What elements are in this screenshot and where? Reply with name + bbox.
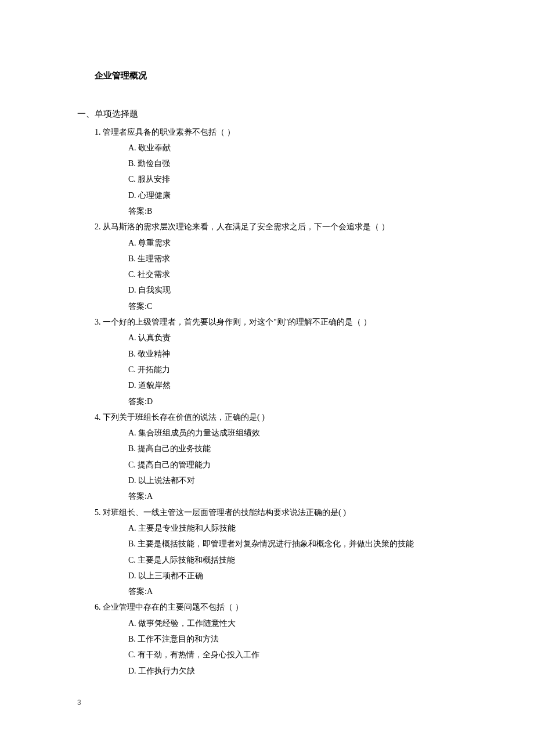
option-line: A. 敬业奉献 [128, 140, 459, 156]
option-line: D. 以上说法都不对 [128, 473, 459, 488]
question-block: 3. 一个好的上级管理者，首先要以身作则，对这个"则"的理解不正确的是（ ）A.… [95, 314, 459, 409]
option-text: 主要是人际技能和概括技能 [138, 556, 235, 564]
option-label: A. [128, 619, 136, 628]
answer-prefix: 答案: [128, 587, 147, 596]
answer-line: 答案:A [128, 584, 459, 599]
option-text: 道貌岸然 [138, 381, 171, 390]
option-label: C. [128, 175, 136, 183]
question-stem: 1. 管理者应具备的职业素养不包括（ ） [95, 124, 459, 140]
question-block: 1. 管理者应具备的职业素养不包括（ ）A. 敬业奉献B. 勤俭自强C. 服从安… [95, 124, 459, 219]
option-label: C. [128, 556, 136, 564]
option-line: C. 开拓能力 [128, 362, 459, 377]
option-label: D. [128, 286, 136, 294]
option-line: A. 做事凭经验，工作随意性大 [128, 615, 459, 631]
answer-line: 答案:D [128, 394, 459, 409]
questions-container: 1. 管理者应具备的职业素养不包括（ ）A. 敬业奉献B. 勤俭自强C. 服从安… [77, 124, 459, 679]
option-label: B. [128, 444, 136, 453]
option-label: C. [128, 365, 136, 374]
option-text: 以上说法都不对 [138, 476, 195, 485]
question-stem: 4. 下列关于班组长存在价值的说法，正确的是( ) [95, 409, 459, 425]
answer-line: 答案:B [128, 203, 459, 219]
option-text: 敬业精神 [138, 350, 170, 358]
answer-value: A [147, 587, 153, 596]
option-text: 做事凭经验，工作随意性大 [138, 619, 236, 628]
option-line: B. 工作不注意目的和方法 [128, 631, 459, 647]
question-block: 2. 从马斯洛的需求层次理论来看，人在满足了安全需求之后，下一个会追求是（ ）A… [95, 219, 459, 314]
option-text: 生理需求 [138, 254, 170, 263]
question-text: 从马斯洛的需求层次理论来看，人在满足了安全需求之后，下一个会追求是（ ） [103, 222, 389, 231]
question-number: 5. [95, 508, 101, 517]
option-line: C. 提高自己的管理能力 [128, 457, 459, 473]
option-line: A. 认真负责 [128, 330, 459, 345]
option-label: B. [128, 350, 136, 358]
answer-value: C [147, 302, 152, 311]
option-text: 有干劲，有热情，全身心投入工作 [138, 650, 259, 659]
option-line: C. 主要是人际技能和概括技能 [128, 552, 459, 568]
option-label: D. [128, 476, 136, 485]
option-text: 勤俭自强 [138, 159, 170, 168]
option-line: D. 工作执行力欠缺 [128, 663, 459, 679]
option-text: 集合班组成员的力量达成班组绩效 [138, 429, 260, 437]
answer-prefix: 答案: [128, 207, 147, 215]
option-line: A. 集合班组成员的力量达成班组绩效 [128, 425, 459, 441]
option-label: C. [128, 460, 136, 469]
question-text: 下列关于班组长存在价值的说法，正确的是( ) [103, 413, 265, 422]
option-text: 服从安排 [138, 175, 170, 183]
answer-value: D [147, 397, 153, 406]
option-text: 主要是概括技能，即管理者对复杂情况进行抽象和概念化，并做出决策的技能 [138, 539, 414, 548]
document-title: 企业管理概况 [95, 67, 459, 84]
option-text: 提高自己的业务技能 [138, 444, 211, 453]
option-label: D. [128, 571, 136, 580]
question-text: 管理者应具备的职业素养不包括（ ） [103, 128, 235, 136]
question-number: 6. [95, 603, 101, 611]
option-text: 尊重需求 [138, 239, 171, 247]
option-line: B. 提高自己的业务技能 [128, 441, 459, 456]
option-text: 认真负责 [138, 333, 171, 342]
option-label: A. [128, 143, 136, 152]
option-label: A. [128, 524, 136, 532]
option-label: B. [128, 159, 136, 168]
section-heading: 一、单项选择题 [77, 106, 459, 123]
question-stem: 5. 对班组长、一线主管这一层面管理者的技能结构要求说法正确的是( ) [95, 505, 459, 520]
answer-prefix: 答案: [128, 492, 147, 501]
option-label: A. [128, 333, 136, 342]
question-stem: 3. 一个好的上级管理者，首先要以身作则，对这个"则"的理解不正确的是（ ） [95, 314, 459, 330]
option-line: B. 敬业精神 [128, 346, 459, 362]
answer-value: A [147, 492, 153, 501]
option-text: 主要是专业技能和人际技能 [138, 524, 236, 532]
option-line: C. 有干劲，有热情，全身心投入工作 [128, 647, 459, 663]
option-label: B. [128, 539, 136, 548]
option-text: 社交需求 [138, 270, 170, 279]
question-number: 4. [95, 413, 101, 422]
option-label: D. [128, 191, 136, 200]
option-text: 敬业奉献 [138, 143, 171, 152]
answer-prefix: 答案: [128, 302, 147, 311]
question-number: 2. [95, 222, 101, 231]
option-text: 工作不注意目的和方法 [138, 635, 219, 643]
question-block: 5. 对班组长、一线主管这一层面管理者的技能结构要求说法正确的是( )A. 主要… [95, 505, 459, 600]
option-line: D. 道貌岸然 [128, 377, 459, 393]
option-label: D. [128, 381, 136, 390]
question-text: 对班组长、一线主管这一层面管理者的技能结构要求说法正确的是( ) [103, 508, 346, 517]
question-number: 3. [95, 318, 101, 326]
option-label: C. [128, 650, 136, 659]
question-stem: 2. 从马斯洛的需求层次理论来看，人在满足了安全需求之后，下一个会追求是（ ） [95, 219, 459, 235]
option-line: D. 自我实现 [128, 282, 459, 298]
option-line: B. 主要是概括技能，即管理者对复杂情况进行抽象和概念化，并做出决策的技能 [128, 536, 459, 552]
option-line: D. 以上三项都不正确 [128, 568, 459, 584]
option-text: 提高自己的管理能力 [138, 460, 211, 469]
option-text: 工作执行力欠缺 [138, 667, 195, 675]
option-label: B. [128, 635, 136, 643]
answer-prefix: 答案: [128, 397, 147, 406]
option-label: C. [128, 270, 136, 279]
option-text: 心理健康 [138, 191, 171, 200]
question-block: 4. 下列关于班组长存在价值的说法，正确的是( )A. 集合班组成员的力量达成班… [95, 409, 459, 505]
option-label: D. [128, 667, 136, 675]
answer-line: 答案:C [128, 298, 459, 314]
question-text: 一个好的上级管理者，首先要以身作则，对这个"则"的理解不正确的是（ ） [103, 318, 371, 326]
page-number: 3 [77, 696, 81, 710]
option-text: 开拓能力 [138, 365, 170, 374]
option-line: C. 服从安排 [128, 171, 459, 187]
question-block: 6. 企业管理中存在的主要问题不包括（ ）A. 做事凭经验，工作随意性大B. 工… [95, 599, 459, 678]
option-line: B. 勤俭自强 [128, 156, 459, 171]
